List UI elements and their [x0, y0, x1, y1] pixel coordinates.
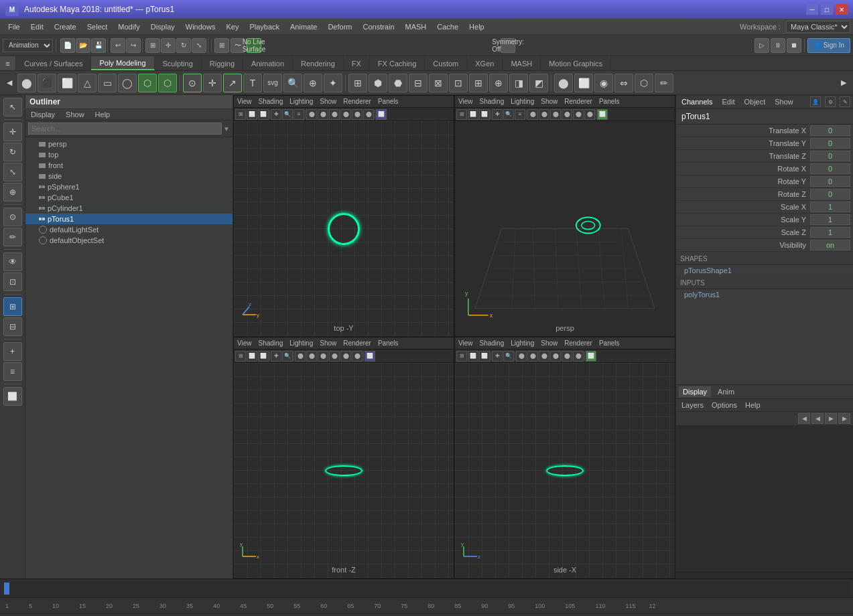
close-button[interactable]: ✕ — [836, 4, 848, 15]
scale-btn[interactable]: ⤡ — [3, 163, 22, 181]
pause-btn[interactable]: ⏸ — [771, 38, 785, 53]
vp-tr-lighting[interactable]: Lighting — [509, 98, 536, 105]
shelf-pivot-btn[interactable]: ⊕ — [304, 74, 322, 92]
outliner-item-top[interactable]: top — [25, 149, 233, 160]
ch-vis-value[interactable]: on — [810, 240, 850, 250]
layout-btn[interactable]: ⊞ — [3, 297, 22, 316]
channels-edit-tab[interactable]: Edit — [719, 96, 737, 107]
shelf-tab-rigging[interactable]: Rigging — [202, 56, 243, 70]
shelf-tab-fxcaching[interactable]: FX Caching — [370, 56, 425, 70]
vp-bl-panels[interactable]: Panels — [376, 339, 401, 347]
shelf-mesh-btn[interactable]: ⬡ — [158, 74, 177, 92]
shelf-right-arrow[interactable]: ▶ — [837, 78, 850, 87]
rotate-btn[interactable]: ↻ — [3, 143, 22, 161]
shelf-search-btn[interactable]: 🔍 — [283, 74, 302, 92]
vp-btn1[interactable]: ⊞ — [235, 109, 246, 120]
outliner-item-side[interactable]: side — [25, 171, 233, 181]
vp-br-btn1[interactable]: ⊞ — [456, 351, 467, 362]
vp-br-btn5[interactable]: 🔍 — [503, 351, 514, 362]
menu-constrain[interactable]: Constrain — [357, 21, 399, 32]
vp-btn8[interactable]: ⬤ — [318, 109, 328, 120]
mode-select[interactable]: Animation — [3, 39, 53, 52]
outliner-item-objectset[interactable]: defaultObjectSet — [25, 235, 233, 246]
vp-bl-btn2[interactable]: ⬜ — [247, 351, 257, 362]
outliner-item-cube[interactable]: pCube1 — [25, 192, 233, 203]
vp-tr-btn10[interactable]: ⬤ — [562, 109, 572, 120]
shelf-tab-rendering[interactable]: Rendering — [293, 56, 344, 70]
vp-bl-btn11[interactable]: ⬤ — [340, 351, 351, 362]
vp-bl-cube[interactable]: ⬜ — [365, 351, 375, 362]
select-mode-btn[interactable]: ↖ — [3, 98, 22, 117]
vp-tr-btn9[interactable]: ⬤ — [550, 109, 561, 120]
options-tab[interactable]: Options — [709, 400, 740, 410]
vp-br-lighting[interactable]: Lighting — [509, 339, 536, 347]
outliner-item-lightset[interactable]: defaultLightSet — [25, 224, 233, 235]
scale-tool-btn[interactable]: ⤡ — [192, 38, 206, 53]
shelf-boolean-btn[interactable]: ◉ — [594, 74, 613, 92]
menu-edit[interactable]: Edit — [25, 21, 49, 32]
undo-btn[interactable]: ↩ — [111, 38, 125, 53]
shelf-tab-sculpting[interactable]: Sculpting — [155, 56, 202, 70]
menu-mash[interactable]: MASH — [400, 21, 432, 32]
isolate-btn[interactable]: ⊡ — [3, 273, 22, 291]
vp-br-btn12[interactable]: ⬤ — [573, 351, 584, 362]
vp-bl-btn9[interactable]: ⬤ — [318, 351, 328, 362]
vp-btn4[interactable]: ✚ — [271, 109, 281, 120]
channels-tab[interactable]: Channels — [679, 96, 715, 107]
vp-br-btn2[interactable]: ⬜ — [468, 351, 478, 362]
shelf-tab-fx[interactable]: FX — [344, 56, 370, 70]
shelf-sphere-btn[interactable]: ⬤ — [17, 74, 36, 92]
vp-bl-btn7[interactable]: ⬤ — [295, 351, 306, 362]
help-tab[interactable]: Help — [742, 400, 763, 410]
symmetry-btn[interactable]: Symmetry: Off — [501, 38, 515, 53]
ch-rz-value[interactable]: 0 — [810, 189, 850, 200]
shelf-move-btn[interactable]: ✛ — [203, 74, 222, 92]
ch-tx-value[interactable]: 0 — [810, 125, 850, 136]
shelf-extrude-btn[interactable]: ⬢ — [369, 74, 387, 92]
vp-tr-shading[interactable]: Shading — [478, 98, 507, 105]
vp-br-cube[interactable]: ⬜ — [586, 351, 596, 362]
shelf-plane-btn[interactable]: ▭ — [98, 74, 117, 92]
outliner-item-front[interactable]: front — [25, 160, 233, 171]
shelf-cube-btn[interactable]: ⬛ — [38, 74, 56, 92]
shelf-torus-btn[interactable]: ◯ — [118, 74, 137, 92]
vp-tl-panels[interactable]: Panels — [376, 98, 401, 105]
vp-bl-btn12[interactable]: ⬤ — [352, 351, 363, 362]
menu-deform[interactable]: Deform — [322, 21, 357, 32]
vp-br-renderer[interactable]: Renderer — [562, 339, 594, 347]
snap-grid-btn[interactable]: ⊞ — [214, 38, 229, 53]
new-scene-btn[interactable]: 📄 — [60, 38, 75, 53]
outliner-search-input[interactable] — [28, 123, 222, 135]
vp-bl-btn10[interactable]: ⬤ — [329, 351, 340, 362]
vp-br-show[interactable]: Show — [539, 339, 560, 347]
vp-br-btn7[interactable]: ⬤ — [516, 351, 527, 362]
layers-next2-btn[interactable]: ▶ — [838, 413, 850, 424]
outliner-menu-show[interactable]: Show — [60, 109, 90, 120]
vp-btn7[interactable]: ⬤ — [306, 109, 317, 120]
redo-btn[interactable]: ↪ — [126, 38, 141, 53]
vp-tl-lighting[interactable]: Lighting — [287, 98, 315, 105]
vp-tr-cube[interactable]: ⬜ — [597, 109, 608, 120]
move-tool-btn[interactable]: ✛ — [161, 38, 176, 53]
move-btn[interactable]: ✛ — [3, 123, 22, 141]
menu-cache[interactable]: Cache — [432, 21, 464, 32]
timeline-track[interactable] — [3, 581, 850, 596]
shelf-menu-btn[interactable]: ≡ — [0, 56, 16, 70]
channels-show-tab[interactable]: Show — [772, 96, 796, 107]
outliner-item-sphere[interactable]: pSphere1 — [25, 181, 233, 192]
shelf-snap-btn[interactable]: ✦ — [324, 74, 342, 92]
graph-btn[interactable]: ≡ — [3, 362, 22, 381]
vp-tr-btn6[interactable]: ≡ — [515, 109, 525, 120]
vp-bl-show[interactable]: Show — [318, 339, 338, 347]
vp-bl-btn3[interactable]: ⬜ — [258, 351, 269, 362]
vp-btn2[interactable]: ⬜ — [247, 109, 257, 120]
vp-bl-renderer[interactable]: Renderer — [341, 339, 373, 347]
shelf-reduce-btn[interactable]: ⬡ — [635, 74, 653, 92]
shelf-tab-motiongfx[interactable]: Motion Graphics — [541, 56, 611, 70]
vp-bl-lighting[interactable]: Lighting — [287, 339, 315, 347]
layers-prev-btn[interactable]: ◀ — [798, 413, 810, 424]
show-hide-btn[interactable]: 👁 — [3, 252, 22, 271]
sign-in-btn[interactable]: 👤 Sign In — [807, 38, 850, 53]
shelf-connect-btn[interactable]: ⊟ — [409, 74, 428, 92]
stop-btn[interactable]: ⏹ — [787, 38, 801, 53]
